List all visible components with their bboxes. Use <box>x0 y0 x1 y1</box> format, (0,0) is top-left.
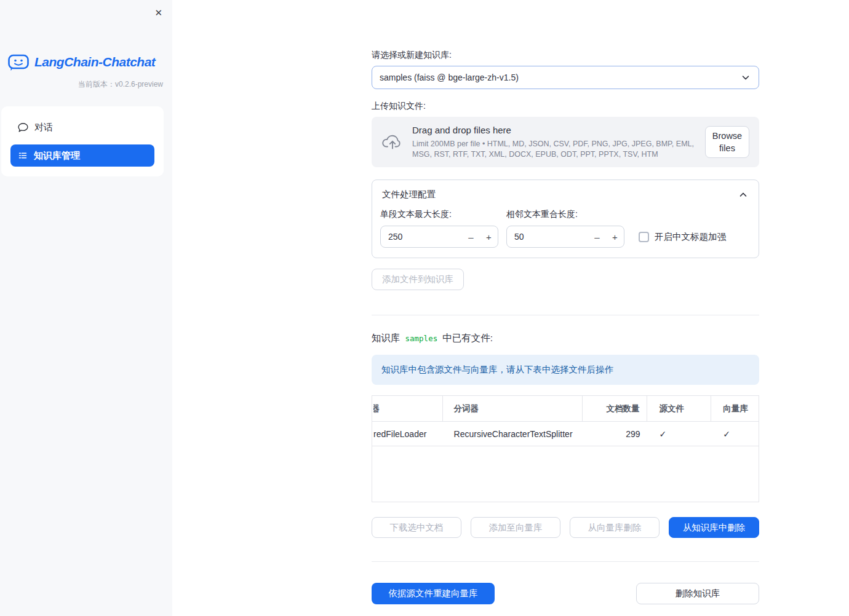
divider <box>372 315 759 315</box>
existing-files-heading: 知识库 samples 中已有文件: <box>372 332 759 345</box>
cell-splitter: RecursiveCharacterTextSplitter <box>443 422 583 446</box>
existing-files-suffix: 中已有文件: <box>442 332 493 345</box>
table-empty-area <box>372 446 759 502</box>
kb-actions-row: 依据源文件重建向量库 删除知识库 <box>372 583 759 604</box>
dropzone-instructions: Drag and drop files here Limit 200MB per… <box>412 125 696 160</box>
main-content: 请选择或新建知识库: samples (faiss @ bge-large-zh… <box>372 0 759 604</box>
table-row[interactable]: redFileLoader RecursiveCharacterTextSpli… <box>372 422 759 446</box>
app-logo: LangChain-Chatchat <box>7 53 172 71</box>
browse-files-button[interactable]: Browse files <box>705 126 749 158</box>
sidebar-close-icon[interactable]: ✕ <box>152 5 165 21</box>
file-config-expander: 文件处理配置 单段文本最大长度: – + 相邻文本重合长度: <box>372 180 759 258</box>
overlap-size-increment-button[interactable]: + <box>606 226 624 247</box>
files-table: 器 分词器 文档数量 源文件 向量库 redFileLoader Recursi… <box>372 395 759 502</box>
app-logo-text: LangChain-Chatchat <box>34 55 155 69</box>
chevron-up-icon <box>738 189 749 200</box>
column-header-source-file: 源文件 <box>647 396 712 421</box>
overlap-size-input-wrap: – + <box>506 226 624 248</box>
version-label: 当前版本：v0.2.6-preview <box>0 79 163 90</box>
chunk-size-group: 单段文本最大长度: – + <box>380 209 498 248</box>
kb-select-label: 请选择或新建知识库: <box>372 0 759 61</box>
rebuild-vector-store-button[interactable]: 依据源文件重建向量库 <box>372 583 495 604</box>
delete-from-kb-button[interactable]: 从知识库中删除 <box>669 517 759 538</box>
sidebar-menu: 对话 知识库管理 <box>1 106 164 176</box>
sidebar-item-label: 对话 <box>34 122 53 133</box>
cell-source-file-check: ✓ <box>647 422 712 446</box>
column-header-vector-store: 向量库 <box>711 396 759 421</box>
existing-files-prefix: 知识库 <box>372 332 401 345</box>
overlap-size-label: 相邻文本重合长度: <box>506 209 624 220</box>
chunk-size-decrement-button[interactable]: – <box>462 226 480 247</box>
download-selected-button[interactable]: 下载选中文档 <box>372 517 461 538</box>
sidebar-item-label: 知识库管理 <box>34 150 80 162</box>
kb-select[interactable]: samples (faiss @ bge-large-zh-v1.5) <box>372 66 759 89</box>
kb-select-value: samples (faiss @ bge-large-zh-v1.5) <box>380 73 519 82</box>
chunk-size-input[interactable] <box>381 232 462 242</box>
upload-label: 上传知识文件: <box>372 101 759 112</box>
file-dropzone[interactable]: Drag and drop files here Limit 200MB per… <box>372 117 759 167</box>
overlap-size-input[interactable] <box>507 232 588 242</box>
dropzone-limit-text: Limit 200MB per file • HTML, MD, JSON, C… <box>412 139 696 160</box>
expander-body: 单段文本最大长度: – + 相邻文本重合长度: – + 开启中文标题加强 <box>380 209 751 248</box>
dropzone-title: Drag and drop files here <box>412 125 696 135</box>
info-message: 知识库中包含源文件与向量库，请从下表中选择文件后操作 <box>372 355 759 385</box>
overlap-size-group: 相邻文本重合长度: – + <box>506 209 624 248</box>
column-header-splitter: 分词器 <box>443 396 583 421</box>
cell-vector-store-check: ✓ <box>711 422 759 446</box>
table-header-row: 器 分词器 文档数量 源文件 向量库 <box>372 396 759 422</box>
cell-doc-count: 299 <box>583 422 647 446</box>
zh-title-enhance-checkbox[interactable] <box>639 232 649 242</box>
expander-title: 文件处理配置 <box>382 189 436 200</box>
overlap-size-decrement-button[interactable]: – <box>588 226 606 247</box>
remove-from-vector-store-button[interactable]: 从向量库删除 <box>570 517 660 538</box>
column-header-doc-count: 文档数量 <box>583 396 647 421</box>
chevron-down-icon <box>740 72 751 83</box>
sidebar: ✕ LangChain-Chatchat 当前版本：v0.2.6-preview… <box>0 0 172 616</box>
add-to-vector-store-button[interactable]: 添加至向量库 <box>471 517 560 538</box>
cell-loader: redFileLoader <box>372 422 443 446</box>
chatchat-logo-icon <box>7 53 30 71</box>
chunk-size-label: 单段文本最大长度: <box>380 209 498 220</box>
divider <box>372 561 759 562</box>
zh-title-enhance-group: 开启中文标题加强 <box>639 231 726 243</box>
cloud-upload-icon <box>381 133 404 151</box>
delete-kb-button[interactable]: 删除知识库 <box>636 583 759 604</box>
zh-title-enhance-label: 开启中文标题加强 <box>655 231 726 243</box>
add-files-to-kb-button[interactable]: 添加文件到知识库 <box>372 269 464 290</box>
column-header-loader: 器 <box>372 396 443 421</box>
column-header-loader-text: 器 <box>373 403 380 414</box>
sidebar-item-kb-management[interactable]: 知识库管理 <box>10 144 154 167</box>
chunk-size-input-wrap: – + <box>380 226 498 248</box>
chat-bubble-icon <box>18 122 28 133</box>
chunk-size-increment-button[interactable]: + <box>480 226 498 247</box>
list-icon <box>18 151 28 160</box>
kb-name-code: samples <box>405 334 438 343</box>
expander-header[interactable]: 文件处理配置 <box>380 189 751 200</box>
file-actions-row: 下载选中文档 添加至向量库 从向量库删除 从知识库中删除 <box>372 517 759 538</box>
sidebar-item-dialogue[interactable]: 对话 <box>10 116 154 138</box>
